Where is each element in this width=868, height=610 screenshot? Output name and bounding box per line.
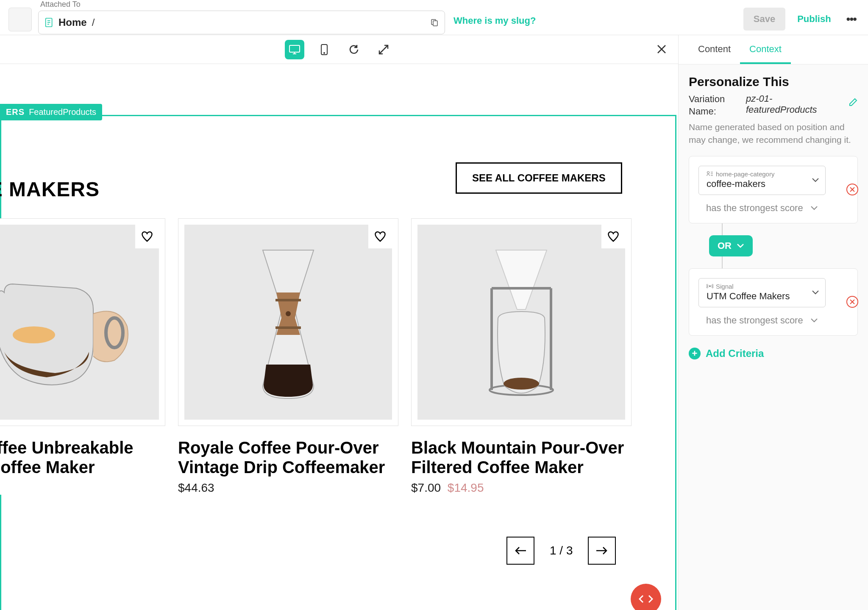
sidebar: Content Context Personalize This Variati… [678,35,868,610]
attached-col: Attached To Home / [38,0,445,34]
tab-context[interactable]: Context [740,35,791,64]
svg-rect-5 [433,21,437,26]
remove-criteria-button[interactable] [846,184,858,195]
edit-icon[interactable] [849,97,858,107]
mobile-view-button[interactable] [314,40,334,59]
pager: 1 / 3 [506,537,616,565]
product-title: nic Coffee Unbreakable Over Coffee Maker [0,438,165,477]
variation-label: Variation Name: [689,93,729,117]
desktop-view-button[interactable] [285,40,304,59]
collapse-box[interactable] [8,8,32,31]
publish-button[interactable]: Publish [793,8,835,31]
close-preview-button[interactable] [657,42,666,57]
chevron-down-icon [810,206,818,211]
breadcrumb[interactable]: Home / [38,11,445,34]
see-all-button[interactable]: SEE ALL COFFEE MAKERS [456,162,622,194]
refresh-button[interactable] [344,40,364,59]
favorite-button[interactable] [601,225,625,248]
svg-point-15 [13,326,55,343]
breadcrumb-home: Home [58,17,87,28]
product-row: nic Coffee Unbreakable Over Coffee Maker [0,218,632,495]
product-price: $7.00 $14.95 [411,481,632,495]
slug-link[interactable]: Where is my slug? [453,15,536,26]
product-card[interactable]: nic Coffee Unbreakable Over Coffee Maker [0,218,165,495]
document-icon [45,17,53,28]
product-card[interactable]: Royale Coffee Pour-Over Vintage Drip Cof… [178,218,398,495]
or-connector: OR [709,223,858,268]
device-toolbar [0,35,678,64]
criteria-value: UTM Coffee Makers [707,291,818,302]
svg-line-12 [379,50,384,54]
criteria-value: coffee-makers [707,178,818,189]
chevron-down-icon [737,243,744,248]
product-image-wrap [178,218,398,426]
svg-point-33 [709,286,711,287]
chevron-down-icon [812,178,819,183]
criteria-score-select[interactable]: has the strongest score [698,315,826,326]
criteria-score-select[interactable]: has the strongest score [698,203,826,214]
svg-point-27 [707,172,709,174]
tab-content[interactable]: Content [689,35,740,64]
variation-row: Variation Name: pz-01-featuredProducts [689,93,858,117]
product-card[interactable]: Black Mountain Pour-Over Filtered Coffee… [411,218,632,495]
product-image-wrap [411,218,632,426]
topbar: Attached To Home / Where is my slug? Sav… [0,0,868,35]
sidebar-tabs: Content Context [679,35,868,64]
product-title: Black Mountain Pour-Over Filtered Coffee… [411,438,632,477]
or-button[interactable]: OR [709,235,753,256]
section-heading: FFEE MAKERS [0,178,100,201]
pager-next-button[interactable] [588,537,616,565]
product-image [417,225,625,420]
topbar-actions: Save Publish ••• [743,8,860,31]
canvas: ERS FeaturedProducts FFEE MAKERS SEE ALL… [0,64,677,610]
attached-to-label: Attached To [40,0,445,9]
criteria-type-label: Signal [707,283,818,290]
favorite-button[interactable] [368,225,392,248]
product-image-wrap [0,218,165,426]
personalize-title: Personalize This [689,75,858,89]
criteria-select[interactable]: Signal UTM Coffee Makers [698,278,826,307]
copy-icon[interactable] [431,19,438,26]
criteria-card: home-page-category coffee-makers has the… [689,156,858,223]
product-title: Royale Coffee Pour-Over Vintage Drip Cof… [178,438,398,477]
svg-line-11 [384,45,388,50]
variation-hint: Name generated based on position and may… [689,121,858,146]
plus-icon: + [689,348,701,359]
product-price: $44.63 [178,481,398,495]
code-fab-button[interactable] [631,584,661,610]
pager-prev-button[interactable] [506,537,534,565]
product-image [0,225,159,420]
svg-rect-18 [275,326,301,329]
svg-rect-17 [275,299,301,301]
favorite-button[interactable] [135,225,159,248]
more-icon[interactable]: ••• [843,12,860,26]
chevron-down-icon [810,318,818,323]
svg-point-19 [286,311,291,316]
remove-criteria-button[interactable] [846,296,858,308]
criteria-card: Signal UTM Coffee Makers has the stronge… [689,268,858,336]
svg-point-10 [324,53,325,53]
add-criteria-button[interactable]: + Add Criteria [689,348,858,359]
chevron-down-icon [812,290,819,295]
svg-rect-6 [289,45,300,52]
svg-point-24 [504,378,539,390]
expand-button[interactable] [374,40,393,59]
save-button[interactable]: Save [743,8,785,31]
breadcrumb-slash: / [92,17,95,28]
criteria-select[interactable]: home-page-category coffee-makers [698,166,826,195]
pager-label: 1 / 3 [550,544,573,557]
product-image [184,225,392,420]
sidebar-body: Personalize This Variation Name: pz-01-f… [679,64,868,370]
variation-value: pz-01-featuredProducts [746,93,832,115]
criteria-type-label: home-page-category [707,170,818,178]
